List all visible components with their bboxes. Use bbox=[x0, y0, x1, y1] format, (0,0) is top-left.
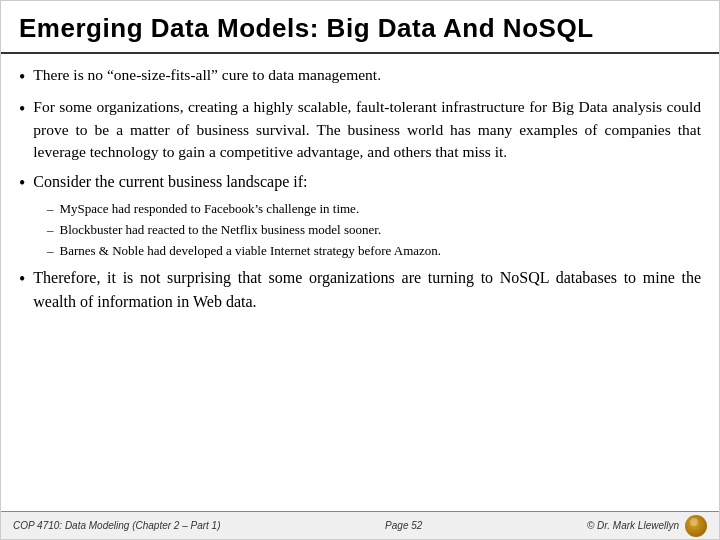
sub-dash-2: – bbox=[47, 222, 54, 238]
bullet-item-3: • Consider the current business landscap… bbox=[19, 170, 701, 196]
bullet-item-1: • There is no “one-size-fits-all” cure t… bbox=[19, 64, 701, 90]
bullet-group-3: • Consider the current business landscap… bbox=[19, 170, 701, 261]
bullet-item-4: • Therefore, it is not surprising that s… bbox=[19, 266, 701, 314]
sub-text-1: MySpace had responded to Facebook’s chal… bbox=[60, 200, 360, 218]
bullet-dot-1: • bbox=[19, 65, 25, 90]
footer-right: © Dr. Mark Llewellyn bbox=[587, 515, 707, 537]
footer-author: © Dr. Mark Llewellyn bbox=[587, 520, 679, 531]
sub-bullet-item-2: – Blockbuster had reacted to the Netflix… bbox=[47, 221, 701, 239]
slide-footer: COP 4710: Data Modeling (Chapter 2 – Par… bbox=[1, 511, 719, 539]
sub-text-2: Blockbuster had reacted to the Netflix b… bbox=[60, 221, 382, 239]
slide-content: • There is no “one-size-fits-all” cure t… bbox=[1, 54, 719, 511]
slide-title: Emerging Data Models: Big Data And NoSQL bbox=[19, 13, 701, 44]
slide: Emerging Data Models: Big Data And NoSQL… bbox=[0, 0, 720, 540]
sub-dash-1: – bbox=[47, 201, 54, 217]
bullet-text-2: For some organizations, creating a highl… bbox=[33, 96, 701, 163]
footer-course: COP 4710: Data Modeling (Chapter 2 – Par… bbox=[13, 520, 221, 531]
logo-icon bbox=[685, 515, 707, 537]
sub-bullets-3: – MySpace had responded to Facebook’s ch… bbox=[47, 200, 701, 261]
bullet-text-4: Therefore, it is not surprising that som… bbox=[33, 266, 701, 314]
sub-dash-3: – bbox=[47, 243, 54, 259]
sub-bullet-item-1: – MySpace had responded to Facebook’s ch… bbox=[47, 200, 701, 218]
bullet-dot-3: • bbox=[19, 171, 25, 196]
sub-bullet-item-3: – Barnes & Noble had developed a viable … bbox=[47, 242, 701, 260]
slide-header: Emerging Data Models: Big Data And NoSQL bbox=[1, 1, 719, 54]
sub-text-3: Barnes & Noble had developed a viable In… bbox=[60, 242, 442, 260]
bullet-text-3: Consider the current business landscape … bbox=[33, 170, 307, 194]
footer-page: Page 52 bbox=[385, 520, 422, 531]
bullet-text-1: There is no “one-size-fits-all” cure to … bbox=[33, 64, 381, 86]
bullet-item-2: • For some organizations, creating a hig… bbox=[19, 96, 701, 163]
bullet-dot-2: • bbox=[19, 97, 25, 122]
bullet-dot-4: • bbox=[19, 267, 25, 292]
